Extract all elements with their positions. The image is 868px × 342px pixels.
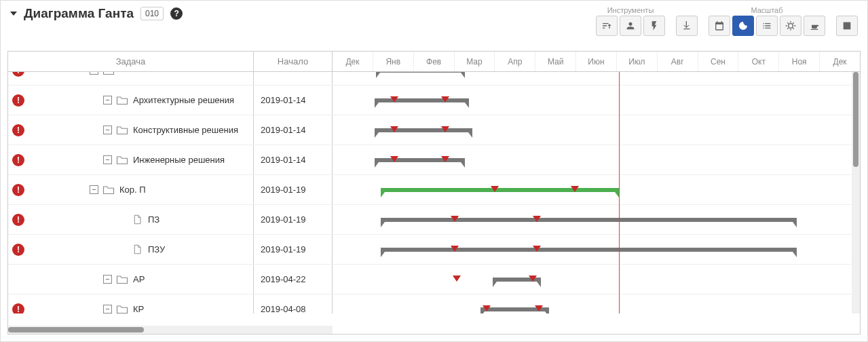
scale-sun-button[interactable] xyxy=(780,16,801,36)
alert-icon: ! xyxy=(12,154,24,166)
start-date: 2019-01-19 xyxy=(254,175,333,204)
row-chart xyxy=(333,265,860,294)
gantt-widget: Диаграмма Ганта 010 ? Инструменты Мас xyxy=(0,0,868,342)
vscroll-thumb[interactable] xyxy=(853,72,858,167)
row-chart xyxy=(333,235,860,264)
table-row[interactable]: !− xyxy=(8,72,860,86)
gantt-bar[interactable] xyxy=(375,128,473,132)
task-name: КР xyxy=(133,304,144,314)
start-date xyxy=(254,72,333,85)
task-name: Конструктивные решения xyxy=(133,125,238,135)
today-line xyxy=(619,72,620,314)
gantt-bar[interactable] xyxy=(376,72,465,73)
folder-icon xyxy=(116,155,128,165)
gantt-bar[interactable] xyxy=(381,188,619,192)
column-task[interactable]: Задача xyxy=(8,52,254,71)
tree-collapse-icon[interactable]: − xyxy=(103,305,112,314)
scale-day-button[interactable] xyxy=(709,16,730,36)
help-icon[interactable]: ? xyxy=(170,7,183,20)
milestone-marker-icon xyxy=(533,216,541,222)
sort-button[interactable] xyxy=(596,16,618,36)
hscroll-thumb[interactable] xyxy=(8,327,144,332)
scale-label: Масштаб xyxy=(751,6,782,14)
tree-collapse-icon[interactable]: − xyxy=(90,185,98,194)
milestone-marker-icon xyxy=(440,72,449,73)
folder-icon xyxy=(116,95,128,105)
tree-collapse-icon[interactable]: − xyxy=(103,155,112,164)
milestone-marker-icon xyxy=(451,246,459,252)
task-cell: −АР xyxy=(8,265,254,294)
table-row[interactable]: !ПЗУ2019-01-19 xyxy=(8,235,860,265)
gantt-bar[interactable] xyxy=(375,158,465,162)
bolt-button[interactable] xyxy=(643,16,665,36)
alert-icon: ! xyxy=(12,184,24,196)
gantt-bar[interactable] xyxy=(381,218,797,222)
start-date: 2019-01-19 xyxy=(254,235,333,264)
task-name: Архитектурные решения xyxy=(133,95,234,105)
month-cell: Май xyxy=(535,52,576,71)
table-row[interactable]: !−Архитектурные решения2019-01-14 xyxy=(8,86,860,115)
horizontal-scrollbar[interactable] xyxy=(8,326,333,334)
table-row[interactable]: !−Инженерные решения2019-01-14 xyxy=(8,145,860,175)
gantt-body: !−!−Архитектурные решения2019-01-14!−Кон… xyxy=(8,72,860,314)
month-cell: Июл xyxy=(617,52,658,71)
scale-night-button[interactable] xyxy=(732,16,754,36)
file-icon xyxy=(131,214,143,225)
milestone-marker-icon xyxy=(390,126,398,132)
task-cell: !− xyxy=(8,72,254,85)
header: Диаграмма Ганта 010 ? Инструменты Мас xyxy=(1,1,867,32)
month-cell: Фев xyxy=(414,52,455,71)
gantt-bar[interactable] xyxy=(375,98,469,102)
milestone-marker-icon xyxy=(491,186,499,192)
month-cell: Окт xyxy=(738,52,779,71)
scale-list-button[interactable] xyxy=(756,16,778,36)
task-cell: !ПЗ xyxy=(8,205,254,234)
month-cell: Апр xyxy=(495,52,535,71)
milestone-marker-icon xyxy=(390,96,398,102)
task-cell: !−Кор. П xyxy=(8,175,254,204)
milestone-marker-icon xyxy=(571,186,579,192)
table-row[interactable]: −АР2019-04-22 xyxy=(8,265,860,294)
table-row[interactable]: !ПЗ2019-01-19 xyxy=(8,205,860,235)
column-start[interactable]: Начало xyxy=(254,52,333,71)
task-cell: !−Инженерные решения xyxy=(8,145,254,174)
month-cell: Мар xyxy=(455,52,495,71)
task-name: Кор. П xyxy=(119,185,146,195)
vertical-scrollbar[interactable] xyxy=(852,72,860,314)
table-row[interactable]: !−Кор. П2019-01-19 xyxy=(8,175,860,205)
milestone-marker-icon xyxy=(529,276,537,282)
milestone-marker-icon xyxy=(533,246,541,252)
alert-icon: ! xyxy=(12,244,24,256)
scale-group: Масштаб xyxy=(709,6,825,36)
page-title: Диаграмма Ганта xyxy=(24,6,134,21)
milestone-marker-icon xyxy=(390,156,398,162)
table-row[interactable]: !−КР2019-04-08 xyxy=(8,294,860,314)
month-cell: Янв xyxy=(373,52,414,71)
gantt-bar[interactable] xyxy=(381,248,797,252)
task-name: ПЗУ xyxy=(148,244,165,254)
file-icon xyxy=(131,244,143,254)
collapse-toggle-icon[interactable] xyxy=(10,12,17,16)
folder-icon xyxy=(102,185,115,195)
users-button[interactable] xyxy=(620,16,641,36)
fullscreen-button[interactable] xyxy=(836,16,858,36)
row-chart xyxy=(333,175,860,204)
scale-coffee-button[interactable] xyxy=(804,16,825,36)
start-date: 2019-01-14 xyxy=(254,115,333,145)
folder-icon xyxy=(116,304,128,314)
task-name: АР xyxy=(133,274,145,284)
milestone-marker-icon xyxy=(441,126,449,132)
download-button[interactable] xyxy=(676,16,698,36)
tree-collapse-icon[interactable]: − xyxy=(103,275,112,284)
tree-collapse-icon[interactable]: − xyxy=(103,96,112,104)
milestone-marker-icon xyxy=(441,96,449,102)
row-chart xyxy=(333,72,860,85)
row-chart xyxy=(333,86,860,115)
tree-collapse-icon[interactable]: − xyxy=(90,72,98,75)
tree-collapse-icon[interactable]: − xyxy=(103,126,112,134)
start-date: 2019-04-08 xyxy=(254,294,333,314)
table-row[interactable]: !−Конструктивные решения2019-01-14 xyxy=(8,115,860,145)
export-group xyxy=(676,6,698,36)
milestone-marker-icon xyxy=(535,305,543,311)
month-cell: Июн xyxy=(576,52,617,71)
